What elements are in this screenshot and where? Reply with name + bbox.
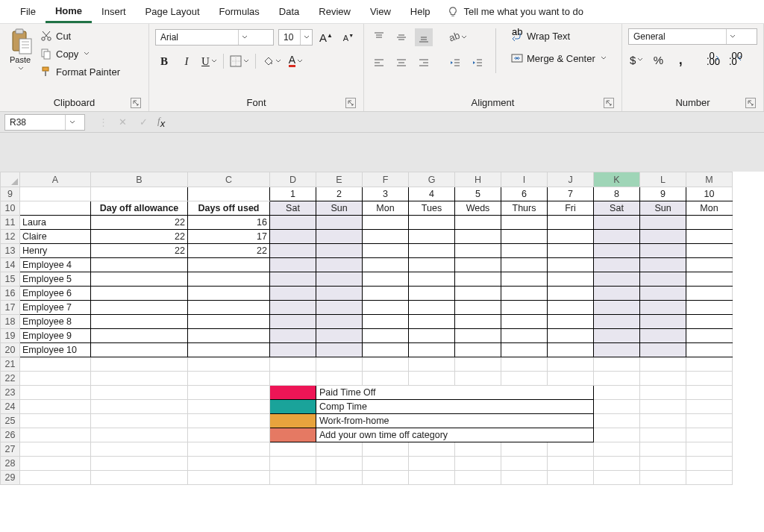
menu-home[interactable]: Home [46,1,92,23]
cancel-formula-button[interactable]: ✕ [116,116,129,128]
merge-center-button[interactable]: Merge & Center [508,51,610,66]
tell-me-label: Tell me what you want to do [464,6,583,17]
chevron-down-icon[interactable] [65,115,78,130]
menu-data[interactable]: Data [269,1,309,22]
group-clipboard: Paste Cut Copy Format Painter Cli [0,24,149,111]
paintbrush-icon [40,66,52,78]
menu-page-layout[interactable]: Page Layout [136,1,210,22]
fx-icon[interactable]: fx [157,115,165,129]
align-center-icon [395,57,407,69]
col-header-I[interactable]: I [501,172,548,187]
row-header-15[interactable]: 15 [1,272,20,287]
align-middle-button[interactable] [392,28,410,46]
wrap-text-button[interactable]: ab Wrap Text [508,28,610,43]
col-header-J[interactable]: J [548,172,594,187]
align-top-button[interactable] [370,28,388,46]
format-painter-button[interactable]: Format Painter [37,64,123,79]
col-header-F[interactable]: F [363,172,409,187]
align-right-button[interactable] [415,54,433,72]
number-format-input[interactable] [629,29,726,44]
decrease-indent-button[interactable] [446,54,464,72]
row-header-16[interactable]: 16 [1,287,20,301]
align-bottom-button[interactable] [415,28,433,46]
underline-button[interactable]: U [200,52,219,70]
row-header-13[interactable]: 13 [1,244,20,258]
orientation-button[interactable]: ab [446,28,469,46]
select-all-button[interactable] [1,172,20,187]
fill-color-button[interactable] [260,52,283,70]
comma-button[interactable]: , [671,51,689,69]
shrink-font-button[interactable]: A▼ [339,28,357,46]
chevron-down-icon[interactable] [300,30,312,45]
dialog-launcher-alignment[interactable] [604,98,614,108]
tell-me[interactable]: Tell me what you want to do [448,6,583,17]
dialog-launcher-number[interactable] [745,98,756,108]
row-header-19[interactable]: 19 [1,329,20,343]
row-header-18[interactable]: 18 [1,315,20,329]
row-header-22[interactable]: 22 [1,372,20,386]
font-size-combo[interactable] [278,29,313,46]
menu-insert[interactable]: Insert [92,1,136,22]
col-header-L[interactable]: L [640,172,686,187]
col-header-B[interactable]: B [91,172,188,187]
cut-button[interactable]: Cut [37,28,123,43]
name-box[interactable] [4,114,85,131]
row-header-21[interactable]: 21 [1,357,20,372]
col-header-M[interactable]: M [686,172,733,187]
col-header-E[interactable]: E [316,172,363,187]
grow-font-button[interactable]: A▲ [317,28,335,46]
row-header-28[interactable]: 28 [1,457,20,471]
dialog-launcher-clipboard[interactable] [131,98,141,108]
increase-decimal-icon: .0.00 [707,54,720,66]
row-header-26[interactable]: 26 [1,428,20,442]
italic-button[interactable]: I [178,52,195,70]
align-center-button[interactable] [392,54,410,72]
row-header-23[interactable]: 23 [1,386,20,400]
row-header-24[interactable]: 24 [1,400,20,414]
row-header-25[interactable]: 25 [1,414,20,428]
copy-button[interactable]: Copy [37,46,123,61]
row-header-20[interactable]: 20 [1,343,20,357]
menu-view[interactable]: View [360,1,401,22]
font-color-button[interactable]: A [287,52,304,70]
font-size-input[interactable] [279,30,300,45]
chevron-down-icon [275,58,281,64]
font-name-combo[interactable] [155,29,274,46]
accounting-format-button[interactable]: $ [628,51,645,69]
col-header-C[interactable]: C [188,172,270,187]
indent-icon [472,57,483,69]
row-header-17[interactable]: 17 [1,301,20,315]
col-header-H[interactable]: H [455,172,501,187]
chevron-down-icon[interactable] [726,29,738,44]
menu-file[interactable]: File [10,1,46,22]
paste-button[interactable]: Paste [6,28,34,72]
decrease-decimal-button[interactable]: .00.0 [727,51,745,69]
increase-indent-button[interactable] [469,54,486,72]
number-format-combo[interactable] [628,28,757,45]
row-header-14[interactable]: 14 [1,258,20,272]
enter-formula-button[interactable]: ✓ [137,116,150,128]
spreadsheet-grid[interactable]: ABCDEFGHIJKLM91234567891010Day off allow… [0,172,764,485]
bold-button[interactable]: B [155,52,173,70]
row-header-12[interactable]: 12 [1,230,20,244]
dialog-launcher-font[interactable] [345,98,356,108]
percent-button[interactable]: % [649,51,667,69]
col-header-G[interactable]: G [409,172,455,187]
col-header-K[interactable]: K [594,172,640,187]
chevron-down-icon[interactable] [238,30,250,45]
align-left-button[interactable] [370,54,388,72]
row-header-29[interactable]: 29 [1,471,20,485]
menu-formulas[interactable]: Formulas [210,1,269,22]
borders-button[interactable] [228,52,251,70]
col-header-D[interactable]: D [270,172,316,187]
col-header-A[interactable]: A [20,172,91,187]
row-header-10[interactable]: 10 [1,201,20,216]
menu-review[interactable]: Review [309,1,360,22]
menu-help[interactable]: Help [401,1,440,22]
increase-decimal-button[interactable]: .0.00 [704,51,722,69]
name-box-input[interactable] [5,117,65,128]
row-header-9[interactable]: 9 [1,187,20,201]
row-header-27[interactable]: 27 [1,442,20,457]
row-header-11[interactable]: 11 [1,216,20,230]
font-name-input[interactable] [156,30,238,45]
